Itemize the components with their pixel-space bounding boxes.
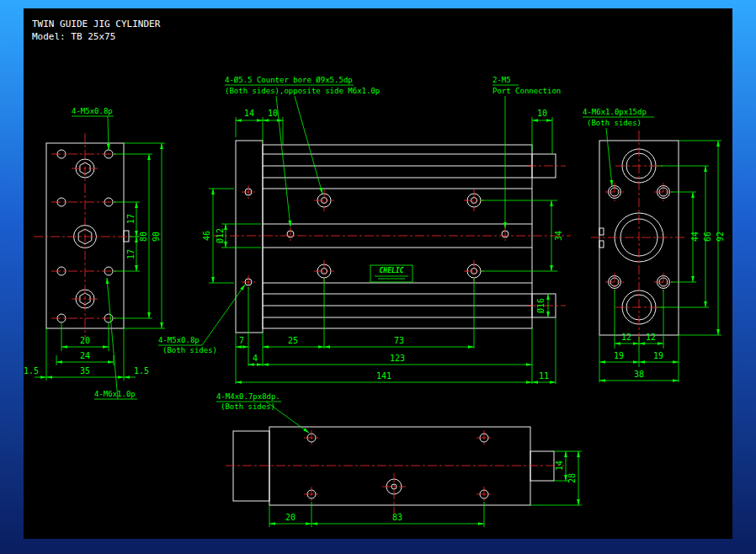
dim-rear-12a: 12 xyxy=(621,333,631,342)
dim-bottom-20: 20 xyxy=(285,513,295,522)
dim-side-123: 123 xyxy=(390,354,405,363)
label-bottom-tap-1: 4-M4x0.7px8dp. xyxy=(216,392,280,401)
sensor-notch xyxy=(599,228,604,235)
rear-view-dimensions: 44 66 92 12 12 19 19 38 xyxy=(599,141,725,382)
title-block: TWIN GUIDE JIG CYLINDER Model: TB 25x75 xyxy=(32,19,161,42)
side-view: CHELIC 14 10 10 46 Ø12 34 Ø16 xyxy=(158,76,571,384)
dim-rear-19a: 19 xyxy=(614,351,624,360)
label-side-tap-1: 4-M5x0.8p xyxy=(158,336,200,344)
side-view-geometry xyxy=(236,141,556,333)
bottom-view-centerlines xyxy=(226,430,564,514)
sensor-notch xyxy=(599,241,604,248)
label-front-bottom: 4-M6x1.0p xyxy=(94,390,136,398)
end-cap xyxy=(236,141,263,333)
dim-side-4: 4 xyxy=(253,354,258,363)
dim-front-1-5-left: 1.5 xyxy=(24,366,39,376)
drawing-model: Model: TB 25x75 xyxy=(32,31,115,42)
dim-front-17b: 17 xyxy=(126,249,136,259)
front-view-centerlines xyxy=(34,133,138,338)
rear-view: 44 66 92 12 12 19 19 38 4-M6x1.0px15dp (… xyxy=(583,108,725,382)
cylinder-body xyxy=(263,145,532,328)
dim-side-34: 34 xyxy=(554,231,563,241)
dim-side-7: 7 xyxy=(239,336,244,345)
bottom-view-dimensions: 20 83 14 28 xyxy=(269,451,582,527)
dim-side-141: 141 xyxy=(376,371,391,381)
front-side-tab xyxy=(124,231,129,242)
label-rear-tap-1: 4-M6x1.0px15dp xyxy=(583,108,647,116)
dim-rear-92: 92 xyxy=(716,232,725,242)
logo-text: CHELIC xyxy=(380,267,404,274)
dim-front-35: 35 xyxy=(80,366,90,376)
dim-front-90: 90 xyxy=(152,232,161,242)
dim-rear-66: 66 xyxy=(703,232,712,242)
label-counterbore-1: 4-Ø5.5 Counter bore Ø9x5.5dp xyxy=(225,76,353,84)
rear-view-centerlines xyxy=(591,131,687,345)
dim-bottom-83: 83 xyxy=(392,513,402,522)
drawing-title: TWIN GUIDE JIG CYLINDER xyxy=(32,19,161,29)
side-view-centerlines xyxy=(213,166,571,306)
front-view: 20 24 35 1.5 1.5 17 17 80 90 4-M5x0.8p 4… xyxy=(24,107,165,399)
bottom-body xyxy=(269,427,530,505)
label-port-1: 2-M5 xyxy=(492,76,511,84)
dim-side-73: 73 xyxy=(394,336,404,345)
label-rear-tap-2: (Both sides) xyxy=(587,119,642,127)
cad-drawing: TWIN GUIDE JIG CYLINDER Model: TB 25x75 xyxy=(24,8,732,539)
front-view-dimensions: 20 24 35 1.5 1.5 17 17 80 90 xyxy=(24,143,165,381)
dim-front-17a: 17 xyxy=(126,214,136,224)
dim-bottom-14: 14 xyxy=(555,461,564,471)
dim-front-24: 24 xyxy=(80,351,90,360)
bottom-rod-stub xyxy=(530,451,554,481)
dim-rear-12b: 12 xyxy=(646,333,656,342)
rear-view-labels: 4-M6x1.0px15dp (Both sides) xyxy=(583,108,654,186)
dim-side-25: 25 xyxy=(288,336,298,345)
dim-side-10b: 10 xyxy=(537,109,547,118)
label-front-top: 4-M5x0.8p xyxy=(72,107,113,115)
front-view-geometry xyxy=(46,143,129,328)
dim-side-dia12: Ø12 xyxy=(216,228,225,243)
dim-rear-44: 44 xyxy=(690,232,700,242)
cad-viewport[interactable]: TWIN GUIDE JIG CYLINDER Model: TB 25x75 xyxy=(24,8,732,539)
bottom-end-cap xyxy=(233,431,269,501)
chelic-logo: CHELIC xyxy=(370,265,413,282)
dim-front-80: 80 xyxy=(139,232,148,242)
dim-side-14: 14 xyxy=(244,109,254,118)
label-counterbore-2: (Both sides),opposite side M6x1.0p xyxy=(225,87,380,95)
dim-rear-38: 38 xyxy=(634,370,644,379)
label-side-tap-2: (Both sides) xyxy=(162,346,217,354)
dim-side-10a: 10 xyxy=(268,109,278,118)
dim-rear-19b: 19 xyxy=(653,351,663,360)
dim-side-11: 11 xyxy=(539,371,549,381)
label-port-2: Port Connection xyxy=(492,87,561,95)
dim-side-46: 46 xyxy=(202,231,211,241)
label-bottom-tap-2: (Both sides) xyxy=(221,402,275,411)
dim-side-dia16: Ø16 xyxy=(536,298,546,313)
side-view-labels: 4-Ø5.5 Counter bore Ø9x5.5dp (Both sides… xyxy=(158,76,561,354)
dim-front-20: 20 xyxy=(80,336,90,345)
bottom-view: 20 83 14 28 4-M4x0.7px8dp. (Both sides) xyxy=(216,392,582,527)
dim-front-1-5-right: 1.5 xyxy=(134,366,149,376)
side-view-dimensions: 14 10 10 46 Ø12 34 Ø16 7 2 xyxy=(202,109,563,384)
bottom-view-geometry xyxy=(233,427,554,505)
dim-bottom-28: 28 xyxy=(567,473,577,483)
